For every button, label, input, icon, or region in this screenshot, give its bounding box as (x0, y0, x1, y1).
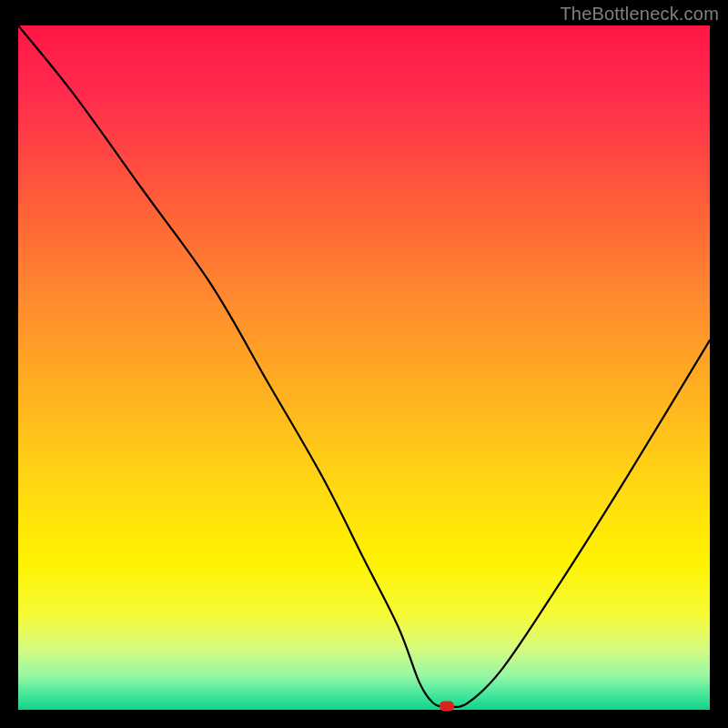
plot-area (18, 25, 710, 710)
chart-container: TheBottleneck.com (0, 0, 728, 728)
gradient-background (18, 25, 710, 710)
optimal-marker (440, 702, 454, 712)
watermark-text: TheBottleneck.com (560, 4, 719, 25)
chart-svg (18, 25, 710, 710)
plot-frame (18, 25, 710, 710)
